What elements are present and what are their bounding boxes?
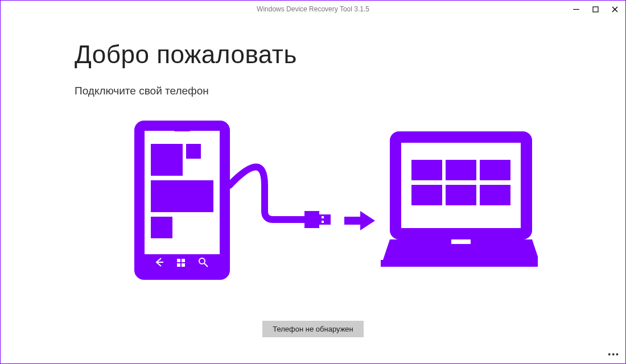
titlebar: Windows Device Recovery Tool 3.1.5 [1, 1, 625, 18]
svg-rect-25 [411, 160, 442, 180]
page-title: Добро пожаловать [75, 40, 557, 69]
svg-rect-19 [319, 214, 331, 225]
window-controls [566, 1, 624, 18]
illustration [75, 120, 557, 285]
svg-marker-32 [381, 260, 538, 267]
svg-rect-15 [182, 263, 185, 267]
footer-actions: Телефон не обнаружен [1, 321, 625, 337]
svg-rect-1 [593, 7, 598, 12]
svg-rect-9 [151, 217, 172, 238]
maximize-button[interactable] [586, 1, 605, 17]
close-button[interactable] [605, 1, 624, 17]
svg-rect-5 [174, 128, 191, 131]
app-window: Windows Device Recovery Tool 3.1.5 Добро… [0, 0, 626, 364]
more-options-button[interactable]: ••• [608, 350, 620, 359]
minimize-icon [573, 6, 579, 13]
svg-rect-14 [177, 263, 180, 267]
svg-rect-13 [182, 259, 185, 262]
svg-rect-29 [446, 185, 476, 205]
maximize-icon [592, 6, 599, 13]
svg-rect-28 [411, 185, 442, 205]
minimize-button[interactable] [566, 1, 586, 17]
content-area: Добро пожаловать Подключите свой телефон [1, 18, 625, 363]
svg-rect-21 [322, 221, 324, 223]
svg-rect-22 [344, 217, 360, 225]
svg-rect-7 [186, 144, 201, 159]
connect-phone-laptop-icon [94, 120, 538, 285]
svg-rect-26 [446, 160, 476, 180]
svg-rect-33 [451, 239, 471, 244]
window-title: Windows Device Recovery Tool 3.1.5 [1, 5, 625, 13]
svg-rect-6 [151, 144, 183, 176]
svg-rect-8 [151, 180, 213, 212]
phone-not-detected-button[interactable]: Телефон не обнаружен [262, 321, 363, 337]
svg-marker-23 [360, 211, 375, 230]
page-subtitle: Подключите свой телефон [75, 85, 557, 97]
svg-rect-20 [322, 216, 324, 218]
svg-rect-18 [304, 211, 319, 228]
svg-rect-27 [480, 160, 510, 180]
close-icon [612, 6, 618, 13]
svg-rect-30 [480, 185, 510, 205]
svg-rect-12 [177, 259, 180, 262]
